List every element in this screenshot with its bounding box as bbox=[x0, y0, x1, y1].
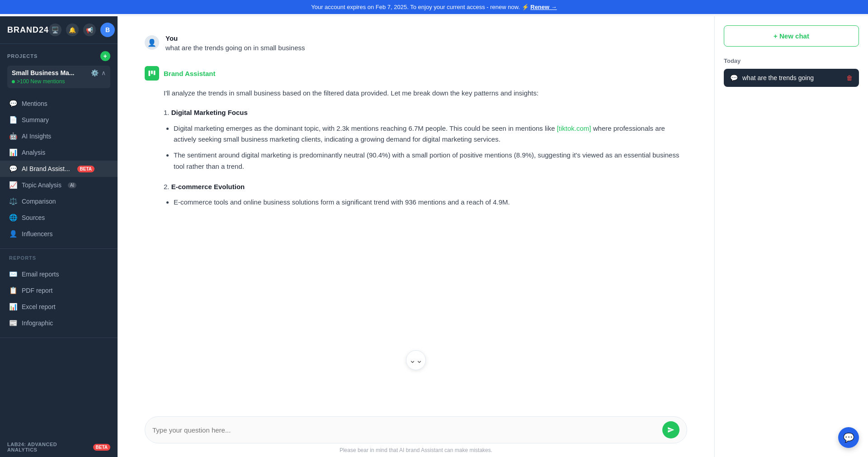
sidebar-item-label: PDF report bbox=[22, 287, 52, 294]
assistant-header: Brand Assistant bbox=[145, 66, 687, 81]
sidebar-item-label: Comparison bbox=[22, 198, 56, 205]
send-button[interactable] bbox=[662, 421, 679, 438]
support-chat-button[interactable]: 💬 bbox=[838, 427, 859, 448]
sidebar-header: BRAND24 🖥️ 🔔 📢 B bbox=[0, 16, 118, 44]
nav-section: 💬 Mentions 📄 Summary 🤖 AI Insights 📊 Ana… bbox=[0, 92, 118, 246]
new-chat-button[interactable]: + New chat bbox=[724, 25, 859, 47]
topic-icon: 📈 bbox=[9, 181, 17, 189]
section-title: 2. E-commerce Evolution bbox=[164, 181, 687, 193]
sidebar-item-comparison[interactable]: ⚖️ Comparison bbox=[0, 193, 118, 209]
sidebar-item-label: Infographic bbox=[22, 319, 53, 327]
delete-chat-icon[interactable]: 🗑 bbox=[846, 74, 853, 81]
bell-icon[interactable]: 🔔 bbox=[66, 24, 79, 36]
input-area: Please bear in mind that AI brand Assist… bbox=[118, 411, 714, 457]
chat-history-text: what are the trends going bbox=[742, 74, 842, 81]
projects-label: PROJECTS + bbox=[7, 51, 110, 61]
sidebar-item-label: Influencers bbox=[22, 230, 52, 238]
main-chat-area: 👤 You what are the trends going on in sm… bbox=[118, 16, 714, 457]
beta-badge: BETA bbox=[77, 166, 94, 172]
add-project-button[interactable]: + bbox=[100, 51, 110, 61]
bullet-list: Digital marketing emerges as the dominan… bbox=[164, 123, 687, 172]
svg-rect-1 bbox=[151, 71, 153, 74]
sidebar: BRAND24 🖥️ 🔔 📢 B PROJECTS + Small Busine… bbox=[0, 16, 118, 457]
settings-icon[interactable]: ⚙️ bbox=[91, 69, 99, 76]
response-sections: 1. Digital Marketing Focus Digital marke… bbox=[164, 107, 687, 208]
bullet-item: The sentiment around digital marketing i… bbox=[174, 150, 687, 172]
bullet-list-2: E-commerce tools and online business sol… bbox=[164, 197, 687, 208]
chat-history-icon: 💬 bbox=[730, 74, 738, 81]
assistant-name: Brand Assistant bbox=[164, 70, 215, 77]
comparison-icon: ⚖️ bbox=[9, 197, 17, 205]
sidebar-item-label: AI Brand Assist... bbox=[22, 165, 70, 172]
projects-section: PROJECTS + Small Business Ma... ⚙️ ∧ >10… bbox=[0, 44, 118, 92]
brand-logo: BRAND24 bbox=[7, 25, 49, 35]
project-controls: ⚙️ ∧ bbox=[91, 69, 106, 76]
bullet-item: Digital marketing emerges as the dominan… bbox=[174, 123, 687, 146]
megaphone-icon[interactable]: 📢 bbox=[83, 24, 96, 36]
assistant-icon bbox=[145, 66, 159, 81]
project-item[interactable]: Small Business Ma... ⚙️ ∧ >100 New menti… bbox=[7, 66, 110, 88]
assistant-intro: I'll analyze the trends in small busines… bbox=[164, 88, 687, 99]
advanced-beta-badge: BETA bbox=[93, 444, 110, 451]
input-row bbox=[145, 416, 687, 443]
ai-label-badge: AI bbox=[68, 182, 76, 188]
sidebar-item-ai-insights[interactable]: 🤖 AI Insights bbox=[0, 128, 118, 144]
sidebar-item-ai-brand-assistant[interactable]: 💬 AI Brand Assist... BETA bbox=[0, 161, 118, 177]
ai-insights-icon: 🤖 bbox=[9, 132, 17, 140]
banner-text: Your account expires on Feb 7, 2025. To … bbox=[311, 4, 528, 10]
sidebar-item-mentions[interactable]: 💬 Mentions bbox=[0, 95, 118, 112]
sidebar-item-sources[interactable]: 🌐 Sources bbox=[0, 209, 118, 226]
advanced-section: LAB24: ADVANCED ANALYTICS BETA bbox=[0, 437, 118, 457]
sidebar-item-label: Mentions bbox=[22, 100, 47, 107]
sidebar-item-summary[interactable]: 📄 Summary bbox=[0, 112, 118, 128]
sidebar-item-excel-report[interactable]: 📊 Excel report bbox=[0, 299, 118, 315]
monitor-icon[interactable]: 🖥️ bbox=[49, 24, 61, 36]
user-name: You bbox=[165, 34, 305, 42]
sidebar-item-label: Summary bbox=[22, 116, 49, 124]
sidebar-item-label: Analysis bbox=[22, 149, 45, 156]
sidebar-item-label: Topic Analysis bbox=[22, 181, 61, 189]
renew-link[interactable]: Renew → bbox=[530, 4, 557, 10]
user-avatar-icon: 👤 bbox=[145, 35, 159, 50]
chat-history-item[interactable]: 💬 what are the trends going 🗑 bbox=[724, 69, 859, 87]
sidebar-item-email-reports[interactable]: ✉️ Email reports bbox=[0, 266, 118, 282]
email-icon: ✉️ bbox=[9, 270, 17, 278]
right-panel: + New chat Today 💬 what are the trends g… bbox=[714, 16, 868, 457]
project-mentions: >100 New mentions bbox=[12, 78, 106, 85]
user-avatar[interactable]: B bbox=[100, 23, 115, 37]
brand-assist-icon: 💬 bbox=[9, 165, 17, 173]
sidebar-item-influencers[interactable]: 👤 Influencers bbox=[0, 226, 118, 242]
sources-icon: 🌐 bbox=[9, 214, 17, 222]
advanced-label: LAB24: ADVANCED ANALYTICS bbox=[7, 442, 87, 452]
summary-icon: 📄 bbox=[9, 116, 17, 124]
chat-panel: 👤 You what are the trends going on in sm… bbox=[118, 16, 714, 411]
status-dot bbox=[12, 80, 15, 83]
chevron-up-icon[interactable]: ∧ bbox=[101, 69, 106, 76]
sidebar-item-label: Sources bbox=[22, 214, 45, 221]
infographic-icon: 📰 bbox=[9, 319, 17, 327]
project-name-row: Small Business Ma... ⚙️ ∧ bbox=[12, 69, 106, 76]
sidebar-item-label: AI Insights bbox=[22, 133, 51, 140]
svg-rect-0 bbox=[149, 71, 151, 76]
sidebar-item-infographic[interactable]: 📰 Infographic bbox=[0, 315, 118, 331]
influencers-icon: 👤 bbox=[9, 230, 17, 238]
top-banner: Your account expires on Feb 7, 2025. To … bbox=[0, 0, 868, 14]
pdf-icon: 📋 bbox=[9, 286, 17, 295]
user-message: 👤 You what are the trends going on in sm… bbox=[145, 34, 687, 52]
tiktok-link[interactable]: [tiktok.com] bbox=[557, 124, 591, 132]
sidebar-item-topic-analysis[interactable]: 📈 Topic Analysis AI bbox=[0, 177, 118, 193]
analysis-icon: 📊 bbox=[9, 148, 17, 157]
sidebar-item-analysis[interactable]: 📊 Analysis bbox=[0, 144, 118, 161]
reports-section-label: REPORTS bbox=[0, 252, 118, 262]
sidebar-item-label: Excel report bbox=[22, 303, 56, 310]
scroll-down-button[interactable]: ⌄⌄ bbox=[406, 350, 426, 370]
chat-input[interactable] bbox=[152, 426, 662, 434]
input-disclaimer: Please bear in mind that AI brand Assist… bbox=[145, 447, 687, 453]
user-message-content: You what are the trends going on in smal… bbox=[165, 34, 305, 52]
sidebar-item-pdf-report[interactable]: 📋 PDF report bbox=[0, 282, 118, 299]
divider-2 bbox=[0, 338, 118, 338]
mentions-icon: 💬 bbox=[9, 100, 17, 108]
assistant-message: Brand Assistant I'll analyze the trends … bbox=[145, 66, 687, 208]
header-icons: 🖥️ 🔔 📢 B bbox=[49, 23, 115, 37]
bullet-item: E-commerce tools and online business sol… bbox=[174, 197, 687, 208]
